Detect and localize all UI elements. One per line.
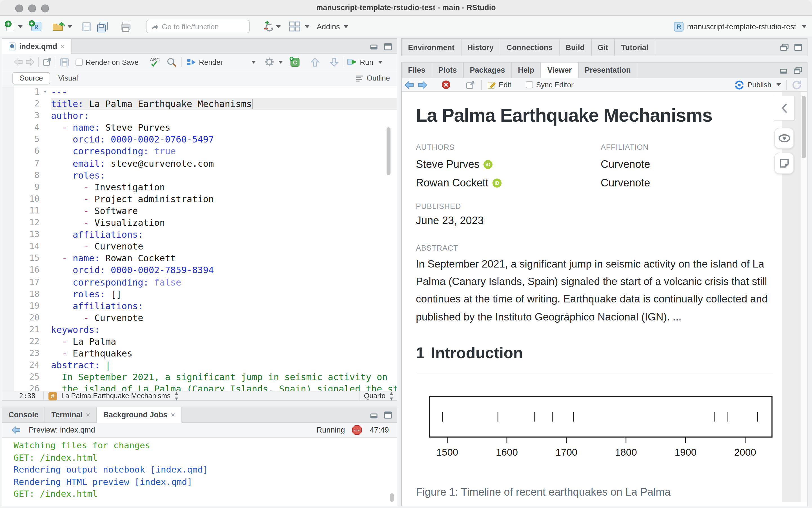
new-file-button[interactable] — [4, 16, 15, 37]
tab-console[interactable]: Console — [2, 407, 45, 422]
tab-viewer[interactable]: Viewer — [541, 62, 579, 78]
tab-plots[interactable]: Plots — [432, 62, 464, 78]
project-menu[interactable]: R manuscript-template-rstudio-test — [674, 16, 806, 37]
tab-tutorial[interactable]: Tutorial — [615, 39, 655, 56]
close-terminal-icon[interactable]: × — [86, 411, 90, 419]
code-line[interactable]: 13 affiliations: — [2, 229, 397, 241]
sync-editor-toggle[interactable]: Sync Editor — [526, 81, 574, 89]
spellcheck-icon[interactable]: ABC — [149, 56, 161, 68]
section-selector-arrows[interactable]: ▲▼ — [174, 390, 178, 401]
run-previous-icon[interactable] — [310, 57, 319, 67]
outline-toggle[interactable]: Outline — [356, 74, 390, 82]
tab-connections[interactable]: Connections — [500, 39, 560, 56]
render-button[interactable]: Render — [187, 58, 223, 66]
code-line[interactable]: 10 - Project administration — [2, 193, 397, 205]
viewer-edit-button[interactable]: Edit — [487, 81, 512, 89]
mode-selector-arrows[interactable]: ▲▼ — [389, 390, 393, 401]
toc-collapse-button[interactable] — [774, 96, 795, 121]
tab-history[interactable]: History — [461, 39, 500, 56]
status-section-label[interactable]: La Palma Earthquake Mechanisms — [62, 392, 171, 400]
tab-help[interactable]: Help — [512, 62, 541, 78]
addins-menu[interactable]: Addins — [317, 16, 349, 37]
code-line[interactable]: 26 the island of La Palma (Canary Island… — [2, 383, 397, 391]
gear-icon[interactable] — [264, 57, 274, 67]
minimize-pane-icon[interactable] — [780, 67, 788, 74]
maximize-pane-icon[interactable] — [384, 411, 392, 419]
run-button[interactable]: Run — [347, 58, 373, 66]
save-doc-icon[interactable] — [60, 57, 69, 67]
code-line[interactable]: 5 orcid: 0000-0002-0760-5497 — [2, 134, 397, 145]
code-line[interactable]: 24abstract: | — [2, 359, 397, 371]
code-line[interactable]: 2title: La Palma Earthquake Mechanisms — [2, 98, 397, 110]
print-button[interactable] — [119, 16, 132, 37]
code-line[interactable]: 3author: — [2, 110, 397, 122]
save-all-button[interactable] — [96, 16, 109, 37]
gear-caret[interactable] — [278, 60, 283, 64]
source-mode-button[interactable]: Source — [12, 72, 50, 84]
code-line[interactable]: 6 corresponding: true — [2, 145, 397, 158]
maximize-pane-icon[interactable] — [384, 43, 392, 50]
code-line[interactable]: 25 In September 2021, a significant jump… — [2, 372, 397, 383]
code-line[interactable]: 22 - La Palma — [2, 336, 397, 347]
show-in-new-window-icon[interactable] — [42, 57, 52, 67]
code-line[interactable]: 11 - Software — [2, 205, 397, 217]
code-line[interactable]: 23 - Earthquakes — [2, 347, 397, 359]
run-next-icon[interactable] — [329, 57, 338, 67]
version-control-button[interactable] — [262, 16, 273, 37]
code-line[interactable]: 8 roles: — [2, 169, 397, 181]
viewer-scrollbar-thumb[interactable] — [802, 96, 806, 158]
tab-environment[interactable]: Environment — [402, 39, 461, 56]
tab-background-jobs[interactable]: Background Jobs× — [97, 407, 182, 423]
notes-button[interactable] — [774, 153, 794, 174]
code-line[interactable]: 18 roles: [] — [2, 288, 397, 300]
close-jobs-icon[interactable]: × — [171, 411, 175, 419]
goto-file-search[interactable]: Go to file/function — [146, 20, 250, 33]
code-line[interactable]: 21keywords: — [2, 324, 397, 336]
appearance-button[interactable] — [774, 128, 794, 149]
code-editor[interactable]: 1▾---2title: La Palma Earthquake Mechani… — [2, 86, 397, 391]
publish-caret[interactable] — [776, 83, 781, 86]
jobs-output[interactable]: Watching files for changesGET: /index.ht… — [2, 437, 397, 506]
new-file-menu-caret[interactable] — [18, 16, 23, 37]
tab-files[interactable]: Files — [402, 62, 432, 78]
render-on-save-checkbox[interactable] — [76, 58, 83, 66]
minimize-pane-icon[interactable] — [370, 412, 379, 419]
render-options-caret[interactable] — [251, 60, 255, 64]
panes-layout-caret[interactable] — [305, 16, 309, 37]
insert-chunk-icon[interactable]: C — [289, 56, 300, 68]
code-line[interactable]: 12 - Visualization — [2, 217, 397, 229]
restore-pane-icon[interactable] — [794, 67, 802, 74]
new-project-button[interactable]: R — [28, 16, 43, 37]
viewer-back-icon[interactable] — [404, 80, 414, 89]
code-line[interactable]: 16 orcid: 0000-0002-7859-8394 — [2, 264, 397, 276]
code-line[interactable]: 17 corresponding: false — [2, 276, 397, 288]
orcid-icon[interactable]: iD — [484, 160, 492, 169]
back-icon[interactable] — [13, 58, 23, 66]
restore-pane-icon[interactable] — [780, 43, 789, 51]
code-line[interactable]: 14 - Curvenote — [2, 241, 397, 252]
jobs-back-icon[interactable] — [11, 426, 21, 434]
console-scrollbar[interactable] — [390, 493, 394, 502]
open-recent-caret[interactable] — [68, 16, 72, 37]
tab-presentation[interactable]: Presentation — [578, 62, 638, 78]
orcid-icon[interactable]: iD — [492, 179, 501, 188]
maximize-pane-icon[interactable] — [794, 43, 802, 51]
sync-editor-checkbox[interactable] — [526, 81, 533, 88]
run-caret[interactable] — [378, 60, 383, 64]
viewer-forward-icon[interactable] — [417, 80, 428, 89]
visual-mode-button[interactable]: Visual — [58, 74, 78, 82]
tab-build[interactable]: Build — [560, 39, 592, 56]
code-line[interactable]: 19 affiliations: — [2, 300, 397, 312]
code-line[interactable]: 4 - name: Steve Purves — [2, 122, 397, 134]
stop-job-icon[interactable]: STOP — [352, 425, 362, 435]
code-line[interactable]: 9 - Investigation — [2, 181, 397, 193]
open-file-button[interactable] — [52, 16, 65, 37]
find-replace-icon[interactable] — [166, 56, 177, 67]
version-control-caret[interactable] — [276, 16, 281, 37]
panes-layout-button[interactable] — [288, 16, 301, 37]
tab-index-qmd[interactable]: index.qmd × — [2, 39, 72, 54]
publish-button[interactable]: Publish — [734, 80, 771, 89]
tab-terminal[interactable]: Terminal× — [45, 407, 97, 422]
forward-icon[interactable] — [25, 58, 35, 66]
close-tab-icon[interactable]: × — [60, 42, 65, 50]
